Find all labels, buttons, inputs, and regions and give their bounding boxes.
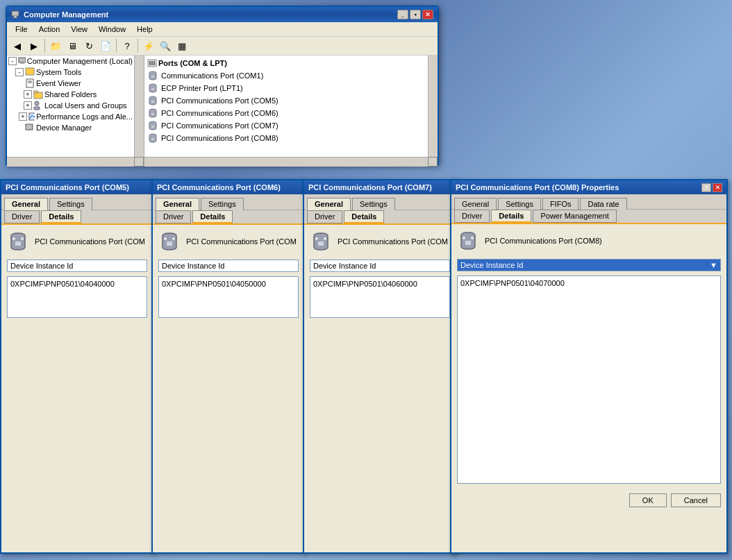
menu-help[interactable]: Help — [131, 24, 158, 35]
com5-tab-details[interactable]: Details — [41, 210, 81, 223]
event-button[interactable]: ⚡ — [141, 38, 156, 53]
perf-icon — [28, 112, 35, 121]
com6-dropdown[interactable]: Device Instance Id — [158, 260, 299, 272]
port-com5[interactable]: PCI Communications Port (COM5) — [144, 94, 428, 107]
com5-body: PCI Communications Port (COM Device Inst… — [1, 225, 153, 323]
minimize-button[interactable]: _ — [397, 10, 408, 19]
com7-dropdown[interactable]: Device Instance Id — [310, 260, 450, 272]
com7-tab-details[interactable]: Details — [344, 210, 384, 223]
tree-perf-logs[interactable]: + Performance Logs and Ale... — [7, 111, 134, 122]
com5-tab-driver[interactable]: Driver — [4, 210, 40, 223]
com6-tab-driver[interactable]: Driver — [156, 210, 191, 223]
com5-tabs-row2: Driver Details — [1, 210, 153, 225]
com6-device-name: PCI Communications Port (COM — [186, 237, 297, 246]
back-button[interactable]: ◀ — [10, 38, 25, 53]
menu-action[interactable]: Action — [33, 24, 66, 35]
menu-window[interactable]: Window — [93, 24, 131, 35]
com7-tabs-row1: General Settings — [304, 194, 456, 210]
tree-device-manager[interactable]: Device Manager — [7, 122, 134, 133]
com7-tab-driver[interactable]: Driver — [307, 210, 342, 223]
com8-device-icon — [457, 230, 479, 252]
com8-close-button[interactable]: ✕ — [713, 183, 722, 192]
tree-expand-perf[interactable]: + — [19, 112, 27, 121]
computer-icon — [18, 56, 26, 66]
com8-tab-settings[interactable]: Settings — [498, 198, 541, 210]
tree-expand-system[interactable]: - — [15, 68, 24, 76]
com7-title-bar: PCI Communications Port (COM7) — [304, 180, 456, 194]
port-lpt1[interactable]: ECP Printer Port (LPT1) — [144, 82, 428, 94]
export-button[interactable]: 📄 — [98, 38, 113, 53]
tree-expand-shared[interactable]: + — [24, 90, 32, 99]
right-hscroll[interactable] — [144, 157, 428, 167]
com8-tab-driver[interactable]: Driver — [454, 210, 490, 223]
com7-tab-general[interactable]: General — [307, 198, 351, 210]
tree-event-viewer[interactable]: Event Viewer — [7, 78, 134, 89]
tree-shared-folders[interactable]: + Shared Folders — [7, 89, 134, 100]
port-icon-com6 — [147, 108, 158, 119]
columns-button[interactable]: ▦ — [174, 38, 190, 53]
tree-scrollbar[interactable] — [134, 56, 144, 157]
svg-rect-5 — [26, 68, 34, 75]
tree-expand-root[interactable]: - — [8, 57, 17, 65]
com5-tabs-row1: General Settings — [1, 194, 153, 210]
com8-tab-power[interactable]: Power Management — [533, 210, 616, 223]
com5-dropdown[interactable]: Device Instance Id — [7, 260, 147, 272]
com8-help-button[interactable]: ? — [701, 183, 711, 192]
port-com1[interactable]: Communications Port (COM1) — [144, 69, 428, 82]
port-icon-com5 — [147, 95, 158, 106]
port-com7[interactable]: PCI Communications Port (COM7) — [144, 119, 428, 132]
show-hide-button[interactable]: 🖥 — [65, 38, 80, 53]
com7-device-header: PCI Communications Port (COM — [310, 230, 450, 253]
tree-event-viewer-label: Event Viewer — [36, 79, 81, 87]
com5-tab-settings[interactable]: Settings — [49, 198, 92, 210]
com8-tab-datarate[interactable]: Data rate — [580, 198, 626, 210]
main-content: - Computer Management (Local) - System T… — [7, 56, 438, 167]
com5-dialog: PCI Communications Port (COM5) General S… — [0, 179, 154, 554]
com6-body: PCI Communications Port (COM Device Inst… — [153, 225, 304, 323]
com5-device-icon — [7, 230, 29, 253]
refresh-button[interactable]: ↻ — [81, 38, 97, 53]
menu-file[interactable]: File — [10, 24, 33, 35]
com6-tab-settings[interactable]: Settings — [201, 198, 244, 210]
up-button[interactable]: 📁 — [48, 38, 63, 53]
port-icon-com1 — [147, 70, 158, 81]
com6-tab-general[interactable]: General — [156, 198, 199, 210]
svg-rect-32 — [318, 241, 324, 246]
help-button[interactable]: ? — [119, 38, 135, 53]
svg-rect-6 — [26, 79, 33, 87]
close-button[interactable]: ✕ — [422, 10, 433, 19]
tree-system-tools[interactable]: - System Tools — [7, 67, 134, 78]
com8-tab-details[interactable]: Details — [491, 210, 531, 223]
com8-device-name: PCI Communications Port (COM8) — [485, 237, 602, 245]
svg-rect-10 — [34, 91, 38, 93]
com6-device-header: PCI Communications Port (COM — [158, 230, 299, 253]
menu-view[interactable]: View — [65, 24, 93, 35]
tree-local-users[interactable]: + Local Users and Groups — [7, 100, 134, 111]
right-vscroll[interactable] — [428, 56, 438, 157]
restore-button[interactable]: ▪ — [410, 10, 421, 19]
right-panel: Ports (COM & LPT) Communications Port (C… — [144, 56, 438, 167]
com5-tab-general[interactable]: General — [4, 198, 48, 210]
svg-point-11 — [35, 101, 39, 105]
forward-button[interactable]: ▶ — [26, 38, 42, 53]
com8-ok-button[interactable]: OK — [629, 493, 667, 507]
svg-point-30 — [164, 237, 167, 240]
svg-point-33 — [315, 237, 318, 240]
com8-dropdown[interactable]: Device Instance Id ▼ — [457, 259, 721, 271]
tree-hscroll[interactable] — [7, 157, 134, 167]
com8-tab-general[interactable]: General — [454, 198, 497, 210]
tree-expand-users[interactable]: + — [24, 101, 32, 110]
tree-system-label: System Tools — [36, 68, 81, 76]
filter-button[interactable]: 🔍 — [158, 38, 173, 53]
com8-cancel-button[interactable]: Cancel — [671, 493, 721, 507]
com6-tab-details[interactable]: Details — [192, 210, 233, 223]
com7-title: PCI Communications Port (COM7) — [308, 183, 432, 192]
svg-point-36 — [463, 237, 465, 239]
tree-root[interactable]: - Computer Management (Local) — [7, 56, 134, 67]
com7-tab-settings[interactable]: Settings — [352, 198, 395, 210]
port-com6[interactable]: PCI Communications Port (COM6) — [144, 107, 428, 119]
com8-tab-fifos[interactable]: FIFOs — [542, 198, 579, 210]
svg-rect-17 — [149, 61, 151, 65]
folder-icon — [33, 90, 43, 99]
port-com8[interactable]: PCI Communications Port (COM8) — [144, 132, 428, 144]
